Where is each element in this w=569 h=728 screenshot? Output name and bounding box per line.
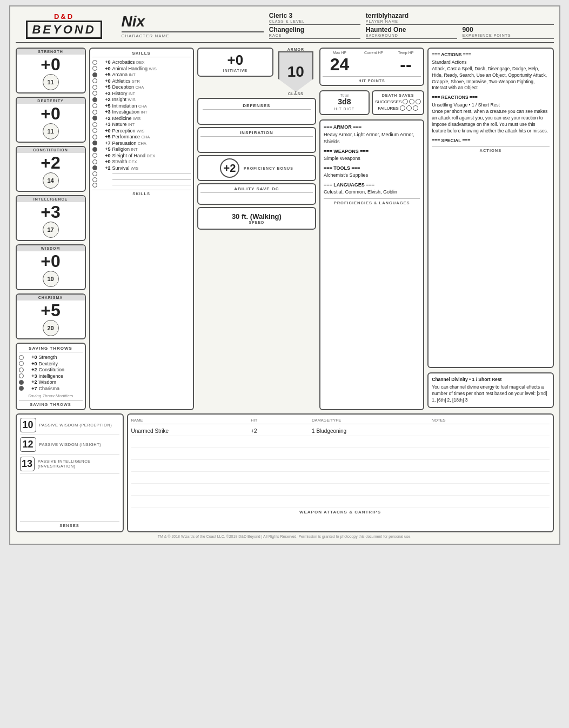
sense-value: 12 [20, 437, 36, 452]
skill-name: Athletics STR [112, 78, 191, 84]
skill-name: Performance CHA [112, 134, 191, 139]
weapon-col-name: NAME [131, 418, 249, 423]
armor-prof-title: === ARMOR === [324, 124, 420, 131]
weapon-empty-row-1 [131, 436, 550, 448]
character-info-grid: Cleric 3 CLASS & LEVEL terriblyhazard PL… [269, 12, 554, 39]
skill-name: Acrobatics DEX [112, 59, 191, 65]
bottom-row: 10 PASSIVE WISDOM (PERCEPTION) 12 PASSIV… [16, 413, 554, 532]
skill-name: Animal Handling WIS [112, 66, 191, 71]
defenses-box: DEFENSES [197, 98, 316, 125]
class-level-value: Cleric 3 [269, 12, 360, 19]
actions-box: === ACTIONS === Standard Actions Attack,… [427, 48, 553, 368]
skill-row-survival: +2 Survival WIS [92, 165, 191, 171]
speed-value: 30 ft. (Walking) [203, 212, 311, 221]
reactions-text: Unsettling Visage • 1 / Short Rest Once … [432, 102, 549, 134]
skill-mod: +0 [99, 159, 111, 164]
ability-score-val: 10 [43, 271, 59, 287]
skill-attr: INT [129, 72, 136, 77]
death-saves-label: DEATH SAVES [375, 93, 421, 97]
channel-divinity-box: Channel Divinity • 1 / Short Rest You ca… [427, 372, 553, 408]
weapon-notes [432, 428, 550, 434]
save-row-strength: +0 Strength [19, 355, 83, 360]
save-name: Intelligence [39, 373, 83, 379]
skill-name: Medicine WIS [112, 116, 191, 121]
proficiency-value: +2 [220, 158, 239, 178]
successes-row: SUCCESSES [375, 99, 421, 104]
skill-empty-3 [92, 183, 191, 188]
weapon-empty-row-6 [131, 496, 550, 507]
skill-circle [92, 122, 97, 127]
save-row-constitution: +2 Constitution [19, 367, 83, 372]
skill-row-acrobatics: +0 Acrobatics DEX [92, 59, 191, 65]
skill-attr: INT [141, 110, 148, 115]
armor-class-area: ARMOR 10 CLASS [276, 48, 316, 96]
skill-row-athletics: +0 Athletics STR [92, 78, 191, 84]
hp-header: Max HP 24 Current HP Temp HP -- [323, 51, 421, 77]
weapon-empty-row-5 [131, 484, 550, 496]
save-mod: +2 [25, 367, 37, 372]
skill-circle [92, 116, 97, 121]
hp-section-label: HIT POINTS [323, 79, 421, 83]
initiative-box: +0 INITIATIVE [197, 48, 273, 77]
speed-box: 30 ft. (Walking) SPEED [197, 207, 316, 230]
proficiency-row: +2 PROFICIENCY BONUS [200, 158, 313, 178]
skills-title: SKILLS [92, 51, 191, 57]
skill-name: Deception CHA [112, 84, 191, 90]
save-circle [19, 368, 24, 372]
experience-label: EXPERIENCE POINTS [463, 34, 554, 37]
skills-bottom-label: SKILLS [92, 190, 191, 196]
weapon-name: Unarmed Strike [131, 428, 249, 434]
ability-modifier: +0 [18, 105, 84, 122]
skill-empty-1 [92, 171, 191, 176]
hit-dice-total-label: Total [323, 93, 366, 97]
languages-prof-section: === LANGUAGES === Celestial, Common, Elv… [324, 182, 420, 196]
logo-area: D&D BEYOND [16, 12, 113, 39]
skill-attr: DEX [129, 159, 137, 164]
sense-row: 13 PASSIVE INTELLIGENCE (INVESTIGATION) [20, 457, 119, 474]
skill-name: Perception WIS [112, 128, 191, 133]
failure-circle-2 [406, 105, 412, 111]
successes-label: SUCCESSES [375, 99, 401, 104]
standard-text: Attack, Cast a Spell, Dash, Disengage, D… [432, 66, 549, 92]
skill-circle-empty [92, 171, 97, 176]
shield-shape: 10 [278, 51, 313, 92]
save-mod: +2 [25, 379, 37, 385]
skill-row-stealth: +0 Stealth DEX [92, 159, 191, 164]
skill-circle [92, 91, 97, 96]
ability-score-strength: STRENGTH +0 11 [16, 48, 86, 93]
ability-score-val: 20 [43, 320, 59, 336]
save-name: Dexterity [39, 361, 83, 366]
tools-prof-section: === TOOLS === Alchemist's Supplies [324, 165, 420, 179]
save-mod: +3 [25, 373, 37, 379]
skill-mod: +7 [99, 141, 111, 146]
skill-mod: +2 [99, 97, 111, 102]
skill-attr: WIS [149, 66, 157, 71]
failure-circle-3 [413, 105, 418, 111]
skill-circle-empty [92, 183, 97, 188]
skill-attr: CHA [138, 141, 146, 146]
armor-prof-section: === ARMOR === Heavy Armor, Light Armor, … [324, 124, 420, 146]
ability-label: DEXTERITY [17, 98, 85, 104]
skill-name: Arcana INT [112, 72, 191, 77]
skill-mod: +5 [99, 134, 111, 139]
weapons-prof-section: === WEAPONS === Simple Weapons [324, 148, 420, 163]
weapon-col-hit: HIT [251, 418, 310, 423]
skill-circle [92, 165, 97, 170]
player-name-cell: terriblyhazard PLAYER NAME [366, 12, 554, 25]
skill-row-perception: +0 Perception WIS [92, 128, 191, 133]
actions-column: === ACTIONS === Standard Actions Attack,… [427, 48, 553, 410]
player-name-label: PLAYER NAME [366, 19, 554, 23]
save-mod: +0 [25, 355, 37, 360]
inspiration-content [200, 139, 313, 150]
skill-name: Religion INT [112, 146, 191, 152]
hp-actions-column: Max HP 24 Current HP Temp HP -- HIT POIN… [319, 48, 424, 410]
skill-attr: INT [131, 147, 138, 152]
armor-prof-text: Heavy Armor, Light Armor, Medium Armor, … [324, 131, 420, 146]
hp-box: Max HP 24 Current HP Temp HP -- HIT POIN… [319, 48, 424, 86]
skill-attr: INT [129, 91, 135, 96]
weapon-empty-row-3 [131, 460, 550, 472]
ability-score-val: 14 [43, 172, 59, 189]
weapons-prof-text: Simple Weapons [324, 155, 420, 163]
skill-mod: +0 [99, 78, 111, 84]
ability-modifier: +5 [18, 302, 84, 319]
